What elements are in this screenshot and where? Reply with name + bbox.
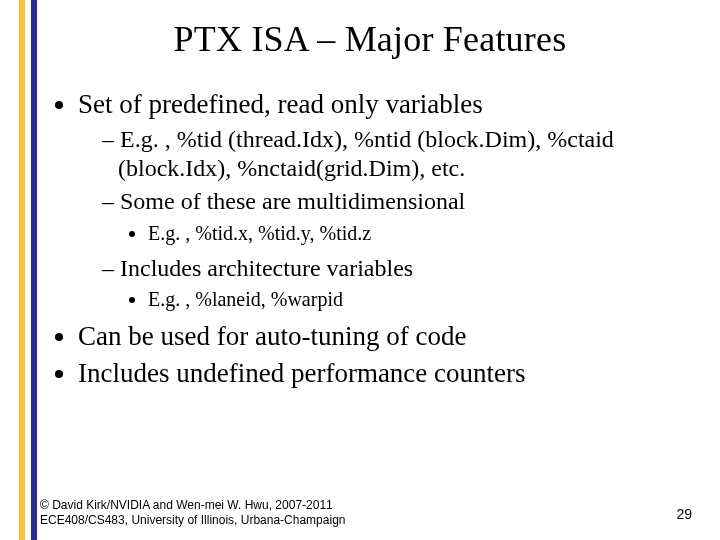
- slide-body: PTX ISA – Major Features Set of predefin…: [40, 0, 700, 540]
- bullet-1-3-text: Includes architecture variables: [120, 255, 413, 281]
- decorative-stripe-yellow: [19, 0, 25, 540]
- footer-line-2: ECE408/CS483, University of Illinois, Ur…: [40, 513, 700, 528]
- footer-line-1: © David Kirk/NVIDIA and Wen-mei W. Hwu, …: [40, 498, 700, 513]
- bullet-list: Set of predefined, read only variables E…: [54, 88, 700, 390]
- bullet-1-1: E.g. , %tid (thread.Idx), %ntid (block.D…: [102, 125, 700, 184]
- bullet-1-2-sublist: E.g. , %tid.x, %tid.y, %tid.z: [118, 221, 700, 246]
- slide-title: PTX ISA – Major Features: [40, 18, 700, 60]
- bullet-3: Includes undefined performance counters: [78, 357, 700, 390]
- bullet-1: Set of predefined, read only variables E…: [78, 88, 700, 312]
- bullet-1-sublist: E.g. , %tid (thread.Idx), %ntid (block.D…: [78, 125, 700, 312]
- slide-footer: © David Kirk/NVIDIA and Wen-mei W. Hwu, …: [40, 498, 700, 528]
- bullet-1-2-text: Some of these are multidimensional: [120, 188, 465, 214]
- page-number: 29: [676, 506, 692, 522]
- bullet-1-text: Set of predefined, read only variables: [78, 89, 483, 119]
- bullet-1-3-1: E.g. , %laneid, %warpid: [148, 287, 700, 312]
- decorative-stripe-blue: [31, 0, 37, 540]
- bullet-2: Can be used for auto-tuning of code: [78, 320, 700, 353]
- bullet-1-3-sublist: E.g. , %laneid, %warpid: [118, 287, 700, 312]
- bullet-1-2-1: E.g. , %tid.x, %tid.y, %tid.z: [148, 221, 700, 246]
- bullet-1-2: Some of these are multidimensional E.g. …: [102, 187, 700, 245]
- bullet-1-3: Includes architecture variables E.g. , %…: [102, 254, 700, 312]
